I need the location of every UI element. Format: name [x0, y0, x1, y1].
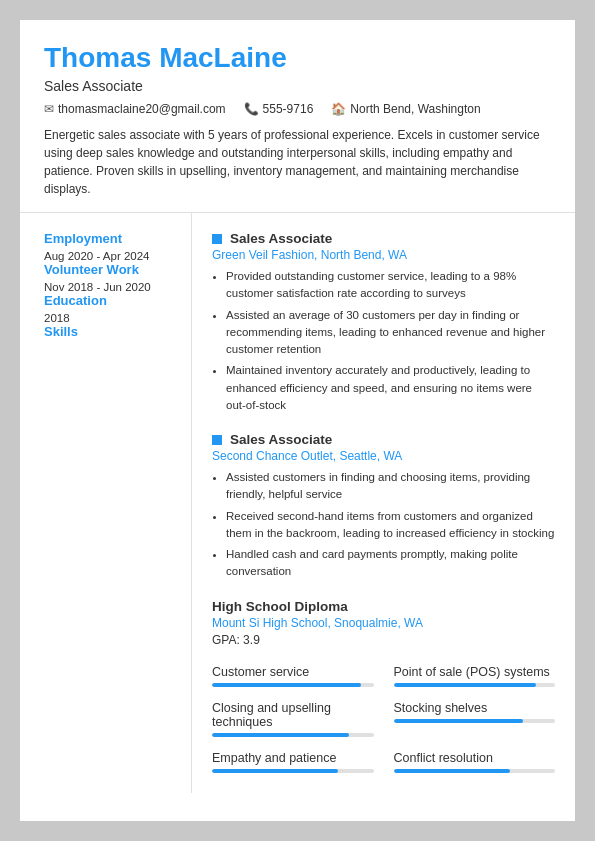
- right-column: Sales Associate Green Veil Fashion, Nort…: [192, 213, 575, 793]
- email-contact: ✉ thomasmaclaine20@gmail.com: [44, 102, 226, 116]
- skill-bar-bg-1: [394, 683, 556, 687]
- skill-bar-bg-3: [394, 719, 556, 723]
- education-year: 2018: [44, 312, 175, 324]
- skill-item-2: Closing and upselling techniques: [212, 701, 374, 737]
- job-block-1: Sales Associate Green Veil Fashion, Nort…: [212, 231, 555, 414]
- skill-bar-fill-5: [394, 769, 510, 773]
- skill-bar-fill-3: [394, 719, 523, 723]
- skill-item-5: Conflict resolution: [394, 751, 556, 773]
- skill-name-5: Conflict resolution: [394, 751, 556, 765]
- job1-bullet-3: Maintained inventory accurately and prod…: [226, 362, 555, 414]
- job1-bullet-1: Provided outstanding customer service, l…: [226, 268, 555, 303]
- skill-item-4: Empathy and patience: [212, 751, 374, 773]
- job2-bullets: Assisted customers in finding and choosi…: [212, 469, 555, 581]
- email-value: thomasmaclaine20@gmail.com: [58, 102, 226, 116]
- skill-item-3: Stocking shelves: [394, 701, 556, 737]
- job-title: Sales Associate: [44, 78, 551, 94]
- skill-bar-bg-0: [212, 683, 374, 687]
- edu-degree: High School Diploma: [212, 599, 555, 614]
- edu-school: Mount Si High School, Snoqualmie, WA: [212, 616, 555, 630]
- header-section: Thomas MacLaine Sales Associate ✉ thomas…: [20, 20, 575, 213]
- job1-company: Green Veil Fashion, North Bend, WA: [212, 248, 555, 262]
- skill-bar-bg-2: [212, 733, 374, 737]
- phone-icon: 📞: [244, 102, 259, 116]
- volunteer-left: Volunteer Work Nov 2018 - Jun 2020: [44, 262, 175, 293]
- volunteer-date: Nov 2018 - Jun 2020: [44, 281, 175, 293]
- skills-label: Skills: [44, 324, 175, 339]
- employment-date: Aug 2020 - Apr 2024: [44, 250, 175, 262]
- location-icon: 🏠: [331, 102, 346, 116]
- summary-text: Energetic sales associate with 5 years o…: [44, 126, 551, 198]
- blue-dot-1: [212, 234, 222, 244]
- volunteer-label: Volunteer Work: [44, 262, 175, 277]
- skill-bar-bg-5: [394, 769, 556, 773]
- skill-bar-fill-1: [394, 683, 536, 687]
- skill-bar-fill-2: [212, 733, 349, 737]
- phone-contact: 📞 555-9716: [244, 102, 314, 116]
- job1-title: Sales Associate: [212, 231, 555, 246]
- skill-name-4: Empathy and patience: [212, 751, 374, 765]
- job-block-2: Sales Associate Second Chance Outlet, Se…: [212, 432, 555, 581]
- education-block: High School Diploma Mount Si High School…: [212, 599, 555, 647]
- job2-bullet-1: Assisted customers in finding and choosi…: [226, 469, 555, 504]
- skill-name-2: Closing and upselling techniques: [212, 701, 374, 729]
- skill-item-1: Point of sale (POS) systems: [394, 665, 556, 687]
- job1-bullet-2: Assisted an average of 30 customers per …: [226, 307, 555, 359]
- body-section: Employment Aug 2020 - Apr 2024 Volunteer…: [20, 213, 575, 793]
- skill-name-3: Stocking shelves: [394, 701, 556, 715]
- email-icon: ✉: [44, 102, 54, 116]
- job2-bullet-2: Received second-hand items from customer…: [226, 508, 555, 543]
- education-left: Education 2018: [44, 293, 175, 324]
- skill-item-0: Customer service: [212, 665, 374, 687]
- skill-bar-bg-4: [212, 769, 374, 773]
- location-contact: 🏠 North Bend, Washington: [331, 102, 480, 116]
- skills-left: Skills: [44, 324, 175, 339]
- employment-label: Employment: [44, 231, 175, 246]
- job1-bullets: Provided outstanding customer service, l…: [212, 268, 555, 414]
- education-label: Education: [44, 293, 175, 308]
- job2-title: Sales Associate: [212, 432, 555, 447]
- skill-name-0: Customer service: [212, 665, 374, 679]
- location-value: North Bend, Washington: [350, 102, 480, 116]
- skill-name-1: Point of sale (POS) systems: [394, 665, 556, 679]
- candidate-name: Thomas MacLaine: [44, 42, 551, 74]
- job2-bullet-3: Handled cash and card payments promptly,…: [226, 546, 555, 581]
- contact-row: ✉ thomasmaclaine20@gmail.com 📞 555-9716 …: [44, 102, 551, 116]
- edu-gpa: GPA: 3.9: [212, 633, 555, 647]
- skill-bar-fill-4: [212, 769, 338, 773]
- skills-grid: Customer service Point of sale (POS) sys…: [212, 665, 555, 775]
- phone-value: 555-9716: [263, 102, 314, 116]
- left-column: Employment Aug 2020 - Apr 2024 Volunteer…: [20, 213, 192, 793]
- job2-company: Second Chance Outlet, Seattle, WA: [212, 449, 555, 463]
- skills-section: Customer service Point of sale (POS) sys…: [212, 665, 555, 775]
- employment-left: Employment Aug 2020 - Apr 2024: [44, 231, 175, 262]
- skill-bar-fill-0: [212, 683, 361, 687]
- resume-page: Thomas MacLaine Sales Associate ✉ thomas…: [20, 20, 575, 821]
- blue-dot-2: [212, 435, 222, 445]
